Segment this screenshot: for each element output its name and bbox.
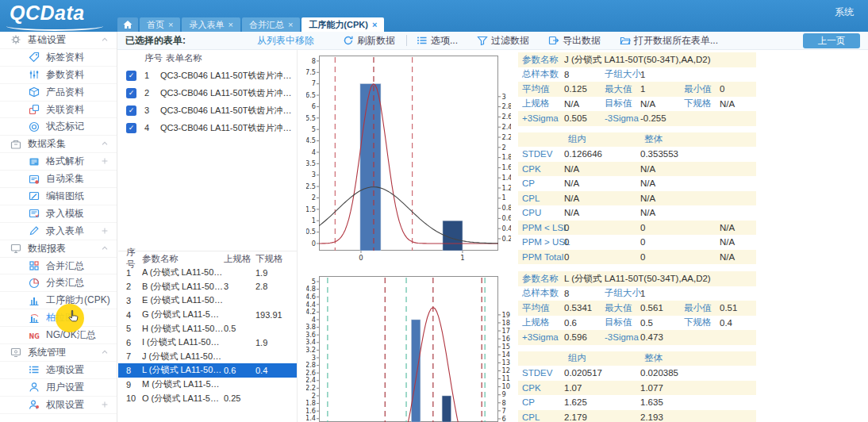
sidebar-item-状态标记[interactable]: 状态标记 [0,118,117,136]
sidebar-item-录入表单[interactable]: 录入表单 [0,223,117,240]
param-row[interactable]: 10O (分锁式 LA11-50T(50-3...0.25 [118,391,297,405]
sidebar-item-NG/OK汇总[interactable]: NGNG/OK汇总 [0,327,117,344]
svg-text:2.8: 2.8 [306,361,316,369]
svg-text:4.2: 4.2 [306,308,316,316]
form-row[interactable]: ✓1QC3-CB046 LA11-50T铁齿片冲压加工-巡检2... [118,67,297,84]
sidebar-item-格式解析[interactable]: 格式解析 [0,153,117,171]
svg-text:8: 8 [312,57,316,65]
pareto-icon [29,313,40,324]
sidebar-item-录入模板[interactable]: 录入模板 [0,205,117,223]
sidebar-item-选项设置[interactable]: 选项设置 [0,362,117,379]
svg-text:3: 3 [312,171,316,178]
sidebar-item-权限设置[interactable]: 权限设置 [0,397,117,414]
svg-text:16: 16 [502,335,510,343]
link-icon [29,104,40,115]
plus-icon [100,226,109,236]
svg-text:0.8: 0.8 [502,204,512,212]
param-row-selected[interactable]: 8L (分锁式 LA11-50T(50-34...0.60.4 [118,363,297,378]
sidebar-section-基础设置[interactable]: 基础设置 [0,32,117,49]
tab-bar: 首页×录入表单×合并汇总×工序能力(CPK)× [117,17,384,32]
stats-row: STDEV0.1266460.353553 [518,147,756,162]
svg-text:2.8: 2.8 [502,102,512,110]
selected-forms-label: 已选择的表单: [125,34,186,48]
svg-text:6.5: 6.5 [306,91,316,99]
stats-row: 平均值0.125最大值1最小值0 [518,82,756,97]
toolbar: 已选择的表单: 从列表中移除 刷新数据 选项... 过滤数据 导出数据 打开数据… [117,32,868,50]
svg-text:3: 3 [312,354,316,362]
checkbox-checked-icon[interactable]: ✓ [126,106,136,116]
svg-text:4: 4 [312,316,316,324]
sidebar-section-系统管理[interactable]: 系统管理 [0,344,117,362]
close-icon[interactable]: × [168,20,173,29]
svg-text:0.6: 0.6 [502,214,512,222]
tab-home[interactable] [117,17,138,32]
close-icon[interactable]: × [372,20,377,29]
svg-text:1.5: 1.5 [306,205,316,213]
system-menu[interactable]: 系统 [835,6,854,19]
sliders-icon [29,69,40,80]
permission-icon [29,399,40,410]
form-row[interactable]: ✓4QC3-CB046 LA11-50T铁齿片冲压加工-巡检2... [118,119,297,136]
close-icon[interactable]: × [288,20,293,29]
status-icon [29,121,40,132]
checkbox-checked-icon[interactable]: ✓ [126,71,136,81]
svg-text:10: 10 [502,382,510,390]
refresh-data-button[interactable]: 刷新数据 [343,34,395,48]
sidebar-item-标签资料[interactable]: 标签资料 [0,49,117,67]
param-row[interactable]: 7J (分锁式 LA11-50T(50-34... [118,350,297,364]
param-row[interactable]: 9M (分锁式 LA11-50T(50-3... [118,378,297,392]
stats-row: 上规格N/A目标值N/A下规格N/A [518,97,756,112]
stats-row: 总样本数8子组大小1 [518,67,756,82]
sidebar-section-数据采集[interactable]: 数据采集 [0,136,117,153]
tab-合并汇总[interactable]: 合并汇总× [242,17,300,32]
svg-text:8: 8 [502,399,506,407]
svg-text:0: 0 [359,254,363,262]
svg-text:2: 2 [312,392,316,400]
sidebar-item-参数资料[interactable]: 参数资料 [0,67,117,84]
open-source-form-button[interactable]: 打开数据所在表单... [620,34,718,48]
stats-panel-param-J: 参数名称J (分锁式 LA11-50T(50-34T),AA,D2)总样本数8子… [518,52,756,264]
sidebar-item-关联资料[interactable]: 关联资料 [0,102,117,119]
stats-row: STDEV0.0205170.020385 [518,366,756,381]
svg-text:0.5: 0.5 [306,228,316,236]
close-icon[interactable]: × [228,20,232,29]
sidebar-item-分类汇总[interactable]: 分类汇总 [0,274,117,292]
param-row[interactable]: 3E (分锁式 LA11-50T(50-3... [118,293,297,308]
svg-text:19: 19 [502,311,510,319]
parameters-table: 序号参数名称上规格下规格1A (分锁式 LA11-50T(50-3...1.92… [118,251,297,422]
stats-row: +3Sigma0.596-3Sigma0.473 [518,330,756,345]
sidebar-item-自动采集[interactable]: 自动采集 [0,171,117,188]
edit-icon [29,190,40,201]
previous-page-button[interactable]: 上一页 [803,33,860,48]
param-row[interactable]: 4G (分锁式 LA11-50T(50-3...193.91 [118,308,297,322]
remove-from-list-link[interactable]: 从列表中移除 [257,34,314,48]
param-row[interactable]: 2B (分锁式 LA11-50T(50-3...32.8 [118,280,297,294]
sidebar-section-数据报表[interactable]: 数据报表 [0,240,117,258]
param-row[interactable]: 1A (分锁式 LA11-50T(50-3...1.9 [118,266,297,280]
svg-text:4: 4 [312,148,316,156]
funnel-icon [477,35,488,46]
sidebar-item-合并汇总[interactable]: 合并汇总 [0,258,117,275]
tab-工序能力(CPK)[interactable]: 工序能力(CPK)× [301,17,384,32]
list-icon [417,35,428,46]
svg-text:13: 13 [502,359,510,366]
sidebar-item-用户设置[interactable]: 用户设置 [0,379,117,397]
checkbox-checked-icon[interactable]: ✓ [126,88,136,98]
svg-text:2.6: 2.6 [306,369,316,377]
tab-录入表单[interactable]: 录入表单× [182,17,240,32]
merge-icon [29,260,40,271]
form-row[interactable]: ✓3QC3-CB046 LA11-50T铁齿片冲压加工-巡检2... [118,102,297,119]
param-row[interactable]: 5H (分锁式 LA11-50T(50-3...0.5 [118,321,297,336]
param-row[interactable]: 6I (分锁式 LA11-50T(50-34...1.9 [118,336,297,350]
cpk-histogram-chart-param-L: 1.41.61.822.22.42.62.833.23.43.63.844.24… [306,271,511,422]
sidebar-item-工序能力(CPK)[interactable]: 工序能力(CPK) [0,292,117,309]
form-row[interactable]: ✓2QC3-CB046 LA11-50T铁齿片冲压加工-巡检2... [118,84,297,102]
checkbox-checked-icon[interactable]: ✓ [126,123,136,133]
options-button[interactable]: 选项... [417,34,458,48]
sidebar-item-产品资料[interactable]: 产品资料 [0,84,117,102]
sidebar-item-编辑图纸[interactable]: 编辑图纸 [0,188,117,205]
caret-up-icon [100,139,109,148]
tab-首页[interactable]: 首页× [140,17,180,32]
export-data-button[interactable]: 导出数据 [548,34,601,48]
filter-data-button[interactable]: 过滤数据 [477,34,529,48]
